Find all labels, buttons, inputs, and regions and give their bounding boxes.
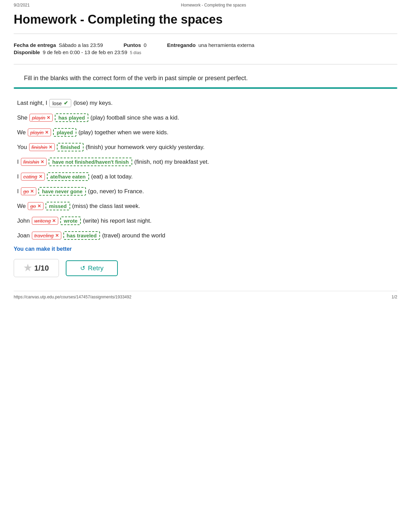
wrong-box-6: go ✕ [21, 187, 37, 195]
wrong-box-8: writeng ✕ [32, 217, 58, 225]
x-icon-3: ✕ [49, 145, 52, 150]
wrong-box-9: traveling ✕ [32, 232, 61, 239]
score-value: 1/10 [34, 264, 49, 273]
sentence-row-0: Last night, I lose ✔ (lose) my keys. [17, 99, 394, 107]
x-icon-2: ✕ [45, 130, 49, 135]
disponible-days: 5 días [130, 50, 141, 55]
sentence-prefix-8: John [17, 218, 30, 224]
x-icon-8: ✕ [52, 218, 56, 223]
wrong-text-1: playin [32, 115, 45, 121]
correct-box-8: wrote [60, 216, 81, 225]
wrong-box-3: finishin ✕ [29, 143, 55, 151]
top-divider [14, 34, 397, 34]
x-icon-5: ✕ [39, 174, 42, 179]
wrong-text-6: go [23, 188, 29, 194]
wrong-box-4: finishin ✕ [21, 158, 47, 166]
correct-box-9: has traveled [63, 231, 100, 240]
correct-box-4: have not finished/haven't finish [49, 158, 132, 166]
sentence-row-6: I go ✕ have never gone (go, never) to Fr… [17, 187, 394, 196]
sentence-prefix-4: I [17, 159, 19, 165]
star-icon: ★ [24, 263, 32, 273]
page-title: Homework - Completing the spaces [14, 12, 397, 27]
sentence-prefix-1: She [17, 114, 27, 121]
sentence-prefix-2: We [17, 129, 26, 136]
sentence-suffix-0: (lose) my keys. [73, 100, 112, 107]
sentence-row-3: You finishin ✕ finished (finish) your ho… [17, 143, 394, 151]
teal-bar [14, 87, 397, 89]
sentence-prefix-7: We [17, 203, 26, 210]
meta-fecha: Fecha de entrega Sábado a las 23:59 [14, 42, 103, 48]
sentence-suffix-4: (finish, not) my breakfast yet. [134, 159, 209, 165]
correct-box-3: finished [57, 143, 84, 151]
sentence-suffix-9: (travel) around the world [102, 232, 165, 239]
wrong-text-2: playin [30, 129, 43, 135]
browser-date: 9/2/2021 [14, 3, 30, 8]
meta-row-1: Fecha de entrega Sábado a las 23:59 Punt… [14, 42, 397, 48]
retry-label: Retry [88, 264, 103, 272]
sentence-suffix-3: (finish) your homework very quickly yest… [86, 144, 204, 151]
footer: https://canvas.utp.edu.pe/courses/147457… [14, 291, 397, 303]
fecha-value: Sábado a las 23:59 [59, 42, 103, 48]
score-retry-row: ★ 1/10 ↺ Retry [14, 259, 397, 277]
meta-row-2: Disponible 9 de feb en 0:00 - 13 de feb … [14, 49, 397, 55]
sentence-row-4: I finishin ✕ have not finished/haven't f… [17, 158, 394, 166]
sentence-suffix-6: (go, never) to France. [88, 188, 144, 195]
sentence-prefix-6: I [17, 188, 19, 195]
disponible-value: 9 de feb en 0:00 - 13 de feb en 23:59 [43, 49, 127, 55]
sentence-row-8: John writeng ✕ wrote (write) his report … [17, 216, 394, 225]
wrong-text-9: traveling [34, 233, 54, 238]
entregando-value: una herramienta externa [198, 42, 254, 48]
disponible-label: Disponible [14, 49, 40, 55]
correct-box-7: missed [46, 202, 70, 210]
sentence-suffix-7: (miss) the class last week. [72, 203, 140, 210]
wrong-box-7: go ✕ [28, 202, 43, 210]
sentence-suffix-2: (play) together when we were kids. [78, 129, 169, 136]
x-icon-4: ✕ [40, 159, 44, 164]
correct-box-5: ate/have eaten [47, 172, 89, 181]
sentence-row-1: She playin ✕ has played (play) football … [17, 113, 394, 122]
meta-entregando: Entregando una herramienta externa [167, 42, 254, 48]
sentence-row-7: We go ✕ missed (miss) the class last wee… [17, 202, 394, 210]
fecha-label: Fecha de entrega [14, 42, 56, 48]
correct-box-6: have never gone [38, 187, 86, 196]
score-box: ★ 1/10 [14, 259, 59, 277]
sentence-row-2: We playin ✕ played (play) together when … [17, 128, 394, 137]
accepted-text-0: lose [52, 100, 62, 106]
wrong-box-2: playin ✕ [28, 128, 51, 136]
sentence-prefix-0: Last night, I [17, 100, 47, 107]
sentence-prefix-9: Joan [17, 232, 30, 239]
sentence-row-9: Joan traveling ✕ has traveled (travel) a… [17, 231, 394, 240]
correct-box-2: played [53, 128, 76, 137]
puntos-label: Puntos [124, 42, 141, 48]
feedback-text: You can make it better [14, 246, 397, 252]
accepted-box-0: lose ✔ [49, 99, 72, 107]
browser-tab-title: Homework - Completing the spaces [181, 3, 246, 8]
entregando-label: Entregando [167, 42, 196, 48]
meta-puntos: Puntos 0 [124, 42, 147, 48]
wrong-text-5: eating [23, 174, 37, 180]
wrong-text-4: finishin [23, 159, 39, 165]
correct-box-1: has played [55, 113, 88, 122]
wrong-box-5: eating ✕ [21, 173, 45, 181]
x-icon-7: ✕ [37, 203, 41, 209]
bottom-meta-divider [14, 64, 397, 64]
x-icon-9: ✕ [55, 233, 59, 238]
footer-page: 1/2 [391, 295, 397, 299]
footer-url: https://canvas.utp.edu.pe/courses/147457… [14, 295, 132, 299]
wrong-text-3: finishin [32, 144, 48, 150]
x-icon-1: ✕ [47, 115, 50, 120]
retry-button[interactable]: ↺ Retry [66, 260, 118, 276]
sentence-suffix-5: (eat) a lot today. [91, 173, 133, 180]
x-icon-6: ✕ [30, 189, 34, 194]
meta-disponible: Disponible 9 de feb en 0:00 - 13 de feb … [14, 49, 141, 55]
wrong-box-1: playin ✕ [29, 114, 53, 122]
sentence-prefix-5: I [17, 173, 19, 180]
meta-block: Fecha de entrega Sábado a las 23:59 Punt… [14, 37, 397, 61]
sentence-prefix-3: You [17, 144, 27, 151]
sentence-row-5: I eating ✕ ate/have eaten (eat) a lot to… [17, 172, 394, 181]
retry-icon: ↺ [80, 264, 85, 272]
sentence-suffix-1: (play) football since she was a kid. [90, 114, 179, 121]
puntos-value: 0 [144, 42, 147, 48]
instruction-text: Fill in the blanks with the correct form… [24, 75, 397, 82]
wrong-text-8: writeng [34, 218, 51, 224]
